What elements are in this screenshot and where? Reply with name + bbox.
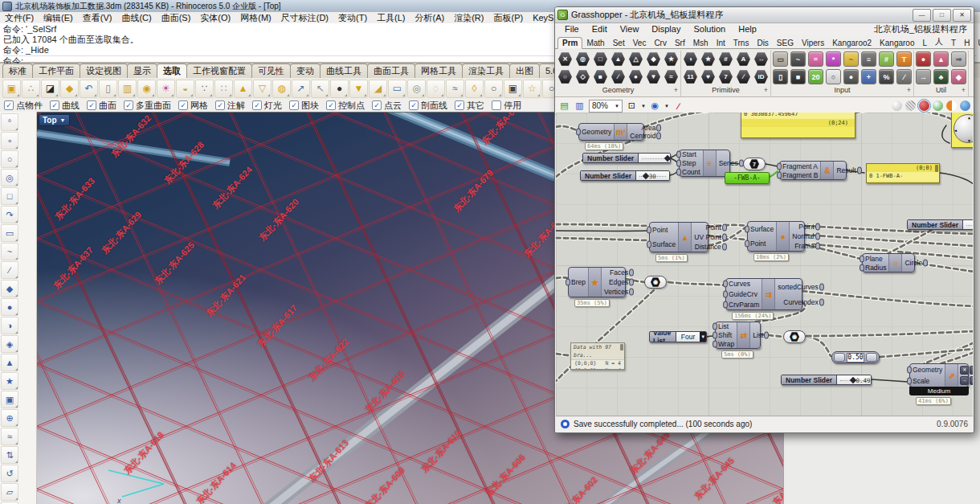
rhino-menu-渲染(R)[interactable]: 渲染(R): [449, 12, 488, 24]
rhino-toolbar-icon-8[interactable]: ☀: [157, 80, 175, 98]
rhino-tab-选取[interactable]: 选取: [157, 64, 187, 78]
rhino-tab-工作视窗配置[interactable]: 工作视窗配置: [186, 64, 252, 78]
output-Faces[interactable]: Faces: [610, 268, 628, 277]
zoom-dropdown[interactable]: 80% ▼: [589, 100, 623, 113]
gh-component-icon-geometry-7[interactable]: ∕: [610, 68, 627, 85]
rhino-toolbar-icon-22[interactable]: ◌: [427, 80, 445, 98]
rhino-sidebar-icon-5[interactable]: ↷: [1, 206, 18, 223]
rhino-tab-可见性[interactable]: 可见性: [251, 64, 291, 78]
value-text[interactable]: 0.50: [847, 353, 864, 363]
filter-点物件[interactable]: ✓点物件: [4, 100, 43, 112]
gh-tab-Msh[interactable]: Msh: [689, 38, 713, 48]
gh-menu-File[interactable]: File: [558, 24, 586, 34]
rhino-sidebar-icon-10[interactable]: ●: [1, 298, 18, 316]
mini-button[interactable]: →: [960, 376, 969, 385]
rhino-toolbar-icon-16[interactable]: ↖: [311, 80, 329, 98]
rhino-toolbar-icon-24[interactable]: ◊: [465, 80, 484, 98]
rhino-tab-显示[interactable]: 显示: [127, 64, 157, 78]
rhino-menu-变动(T)[interactable]: 变动(T): [333, 12, 372, 24]
gh-menu-Solution[interactable]: Solution: [687, 24, 732, 34]
preview-wireframe-icon[interactable]: [905, 100, 916, 111]
rhino-toolbar-icon-9[interactable]: ◒: [176, 80, 194, 98]
input-Brep[interactable]: Brep: [571, 278, 586, 286]
mini-button[interactable]: ✕: [960, 366, 969, 375]
chevron-down-icon[interactable]: ▼: [641, 104, 646, 109]
filter-控制点[interactable]: ✓控制点: [326, 100, 365, 112]
checkbox-icon[interactable]: ✓: [372, 100, 382, 110]
gh-component-icon-util-3[interactable]: ♣: [933, 68, 949, 85]
gh-component-icon-input-4[interactable]: =: [807, 51, 824, 68]
rhino-tab-出图[interactable]: 出图: [509, 64, 540, 78]
minimize-button[interactable]: —: [913, 9, 931, 22]
checkbox-icon[interactable]: ✓: [50, 100, 59, 110]
gh-component-icon-input-12[interactable]: #: [878, 51, 895, 68]
gh-group-expand[interactable]: +: [674, 85, 678, 96]
output-CurveIndex[interactable]: CurveIndex: [783, 298, 818, 306]
grasshopper-window[interactable]: G Grasshopper - 北京机场_铝板提料程序 —□✕ FileEdit…: [554, 6, 974, 433]
gh-component-icon-input-15[interactable]: ∕: [896, 68, 913, 85]
gh-node-panel-green[interactable]: -FWB-A-: [725, 172, 770, 184]
checkbox-icon[interactable]: ✓: [252, 100, 262, 110]
rhino-menu-曲线(C)[interactable]: 曲线(C): [116, 12, 156, 24]
rhino-menu-网格(M)[interactable]: 网格(M): [235, 12, 276, 24]
rhino-toolbar-icon-10[interactable]: ∵: [195, 80, 214, 98]
output-Series[interactable]: Series: [719, 159, 738, 167]
gh-component-icon-util-0[interactable]: ●: [915, 51, 932, 68]
slider-track[interactable]: [639, 154, 670, 162]
rhino-toolbar-icon-17[interactable]: ●: [330, 80, 349, 98]
gh-node-data-panel[interactable]: Data with 97 bra...{0;0;0}N = 4{0;1;0}N …: [570, 342, 625, 370]
output-Normal[interactable]: Normal: [792, 232, 814, 240]
stepper-left-button[interactable]: [834, 353, 845, 362]
output-Vertices[interactable]: Vertices: [604, 288, 628, 296]
gh-node-slider-30[interactable]: Number Slider30: [580, 170, 670, 181]
rhino-tab-工作平面[interactable]: 工作平面: [32, 64, 80, 78]
rhino-sidebar-icon-19[interactable]: ↺: [1, 465, 18, 482]
gh-group-expand[interactable]: +: [962, 85, 966, 96]
input-List[interactable]: List: [718, 322, 734, 330]
rhino-toolbar-icon-25[interactable]: ○: [484, 80, 503, 98]
rhino-sidebar-icon-17[interactable]: ≈: [1, 428, 18, 445]
gh-node-panel-area-value[interactable]: (0;23)0 3030837.459647(0;24): [741, 113, 855, 138]
gh-menu-Edit[interactable]: Edit: [586, 24, 614, 34]
close-button[interactable]: ✕: [953, 9, 971, 22]
input-Surface[interactable]: Surface: [652, 240, 676, 248]
filter-曲线[interactable]: ✓曲线: [50, 100, 80, 112]
knob-ball[interactable]: ▲▼◀▶: [953, 114, 973, 143]
gh-component-icon-primitive-7[interactable]: ∕: [735, 68, 752, 85]
gh-tab-Dis[interactable]: Dis: [753, 38, 772, 48]
gh-node-value-box[interactable]: 0.50: [831, 351, 880, 363]
rhino-menu-面板(P)[interactable]: 面板(P): [488, 12, 528, 24]
filter-曲面[interactable]: ✓曲面: [87, 100, 116, 112]
rhino-menu-曲面(S)[interactable]: 曲面(S): [157, 12, 196, 24]
preview-green-icon[interactable]: [933, 100, 943, 111]
mini-button[interactable]: ○: [970, 366, 973, 375]
rhino-menu-编辑(E)[interactable]: 编辑(E): [39, 12, 78, 24]
filter-灯光[interactable]: ✓灯光: [252, 100, 282, 112]
checkbox-icon[interactable]: ✓: [455, 100, 464, 110]
output-UV Point[interactable]: UV Point: [694, 233, 721, 241]
input-Start[interactable]: Start: [682, 150, 700, 158]
rhino-menu-工具(L)[interactable]: 工具(L): [372, 12, 410, 24]
gh-component-icon-geometry-6[interactable]: ▲: [610, 51, 627, 68]
slider-track[interactable]: 0.493: [837, 375, 871, 384]
input-CrvParam[interactable]: CrvParam: [729, 301, 759, 309]
rhino-sidebar-icon-18[interactable]: ⇅: [1, 446, 18, 464]
gh-component-icon-input-2[interactable]: ~: [790, 51, 806, 68]
preview-half-icon[interactable]: [946, 100, 957, 111]
gh-node-concat[interactable]: Fragment AFragment B&Result: [779, 161, 847, 180]
output-Circle[interactable]: Circle: [904, 259, 922, 267]
rhino-sidebar-icon-7[interactable]: ~: [1, 243, 18, 260]
rhino-sidebar-icon-2[interactable]: ○: [1, 150, 18, 168]
valuelist-dropdown[interactable]: ▼: [700, 332, 706, 342]
rhino-sidebar-icon-1[interactable]: ∘: [1, 132, 18, 150]
rhino-tab-网格工具[interactable]: 网格工具: [414, 64, 463, 78]
gh-tab-T[interactable]: T: [947, 38, 960, 48]
gh-tab-Int[interactable]: Int: [713, 38, 729, 48]
gh-tab-Kangaroo[interactable]: Kangaroo: [876, 38, 918, 48]
gh-component-icon-util-4[interactable]: ⇒: [950, 51, 967, 68]
checkbox-icon[interactable]: ✓: [215, 100, 225, 110]
gh-component-icon-input-14[interactable]: T: [896, 51, 913, 68]
zoom-extents-icon[interactable]: ⊡: [626, 100, 638, 112]
gh-component-icon-util-1[interactable]: →: [915, 68, 932, 85]
gh-component-icon-input-5[interactable]: 20: [807, 68, 824, 85]
